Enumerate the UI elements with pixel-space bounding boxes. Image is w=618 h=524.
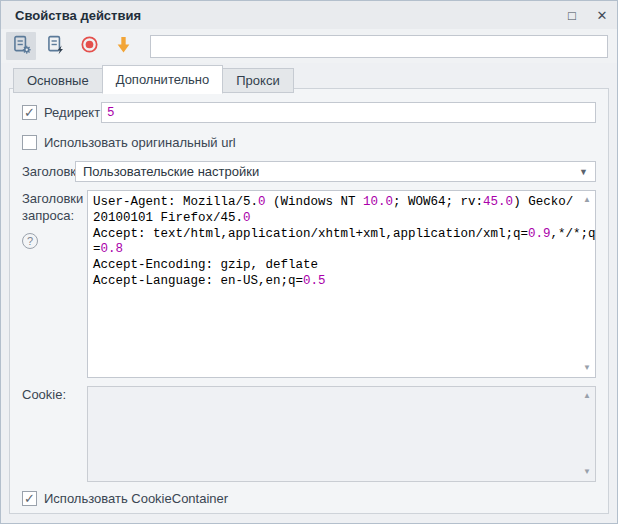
- advanced-tab-panel: ✓ Редирект Использовать оригинальный url…: [9, 88, 609, 514]
- headers-select[interactable]: Пользовательские настройки ▼: [75, 161, 596, 182]
- request-headers-row: Заголовки запроса: ? User-Agent: Mozilla…: [22, 190, 596, 378]
- toolbar: [1, 29, 617, 63]
- help-icon[interactable]: ?: [22, 233, 38, 249]
- headers-select-value: Пользовательские настройки: [83, 164, 259, 179]
- scroll-down-icon[interactable]: ▼: [583, 364, 591, 372]
- toolbar-input[interactable]: [150, 35, 608, 58]
- cookie-textarea[interactable]: ▲ ▼: [87, 386, 596, 482]
- action-edit-button[interactable]: [40, 32, 70, 60]
- tab-bar: Основные Дополнительно Прокси: [13, 65, 617, 93]
- cookie-container-checkbox[interactable]: ✓: [22, 491, 37, 506]
- original-url-checkbox[interactable]: [22, 135, 37, 150]
- close-icon[interactable]: ✕: [587, 1, 617, 29]
- headers-select-row: Заголовки: Пользовательские настройки ▼: [22, 161, 596, 182]
- redirect-label: Редирект: [44, 105, 101, 120]
- original-url-label: Использовать оригинальный url: [44, 135, 236, 150]
- tab-basic[interactable]: Основные: [13, 68, 103, 93]
- action-settings-button[interactable]: [6, 32, 36, 60]
- download-button[interactable]: [108, 32, 138, 60]
- request-headers-textarea[interactable]: User-Agent: Mozilla/5.0 (Windows NT 10.0…: [87, 190, 596, 378]
- request-headers-text: User-Agent: Mozilla/5.0 (Windows NT 10.0…: [93, 195, 577, 290]
- maximize-icon[interactable]: □: [557, 1, 587, 29]
- redirect-count-input[interactable]: [101, 102, 596, 123]
- scroll-up-icon[interactable]: ▲: [583, 392, 591, 400]
- document-gear-icon: [11, 34, 32, 59]
- cookie-container-row: ✓ Использовать CookieContainer: [22, 491, 596, 506]
- titlebar: Свойства действия □ ✕: [1, 1, 617, 29]
- redirect-checkbox[interactable]: ✓: [22, 105, 37, 120]
- window-controls: □ ✕: [557, 1, 617, 29]
- action-properties-window: Свойства действия □ ✕: [0, 0, 618, 524]
- scroll-up-icon[interactable]: ▲: [583, 196, 591, 204]
- scroll-down-icon[interactable]: ▼: [583, 468, 591, 476]
- tab-advanced[interactable]: Дополнительно: [102, 65, 224, 94]
- request-headers-label-line2: запроса:: [22, 207, 87, 224]
- tab-proxy[interactable]: Прокси: [222, 68, 293, 93]
- record-button[interactable]: [74, 32, 104, 60]
- request-headers-label-column: Заголовки запроса: ?: [22, 190, 87, 249]
- cookie-container-label: Использовать CookieContainer: [44, 491, 228, 506]
- down-arrow-icon: [113, 34, 134, 59]
- headers-select-label: Заголовки:: [22, 164, 75, 179]
- cookie-row: Cookie: ▲ ▼: [22, 386, 596, 482]
- chevron-down-icon: ▼: [579, 167, 588, 177]
- cookie-label: Cookie:: [22, 386, 87, 403]
- document-lightning-icon: [45, 34, 66, 59]
- record-icon: [79, 34, 100, 59]
- window-title: Свойства действия: [15, 8, 141, 23]
- original-url-row: Использовать оригинальный url: [22, 135, 596, 150]
- redirect-row: ✓ Редирект: [22, 102, 596, 123]
- request-headers-label-line1: Заголовки: [22, 190, 87, 207]
